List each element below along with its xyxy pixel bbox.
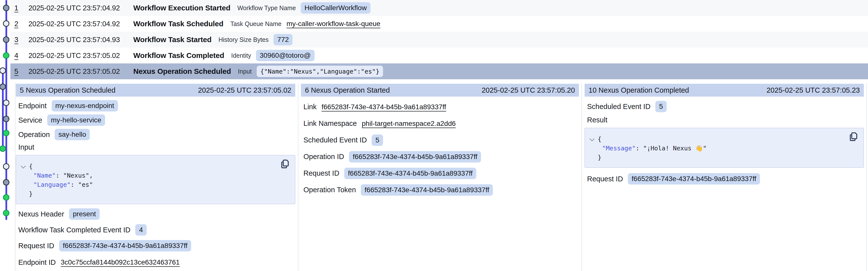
event-row-4[interactable]: 4 2025-02-25 UTC 23:57:05.02 Workflow Ta… [10, 48, 868, 63]
json-brace: { [598, 136, 601, 143]
field-label: Request ID [18, 242, 54, 250]
field-result: Result [585, 114, 864, 125]
json-brace: } [598, 154, 601, 161]
field-label: Request ID [587, 175, 623, 183]
event-dot-scheduled[interactable] [3, 20, 9, 27]
panel-nexus-operation-completed: 10 Nexus Operation Completed 2025-02-25 … [582, 83, 867, 271]
event-id-link[interactable]: 1 [14, 4, 20, 12]
link-value-link[interactable]: f665283f-743e-4374-b45b-9a61a89337ff [321, 103, 446, 111]
field-scheduled-event-id: Scheduled Event ID 5 [585, 99, 864, 114]
result-payload-viewer: { "Message": "¡Hola! Nexus 👋" } [585, 128, 864, 168]
field-value-badge: f665283f-743e-4374-b45b-9a61a89337ff [628, 173, 760, 185]
event-attr-value-badge: 30960@totoro@ [256, 50, 314, 61]
field-value-badge: my-nexus-endpoint [52, 100, 118, 111]
event-history-table: 1 2025-02-25 UTC 23:57:04.92 Workflow Ex… [0, 0, 868, 79]
event-dot-completed[interactable] [3, 194, 9, 201]
task-queue-link[interactable]: my-caller-workflow-task-queue [286, 20, 380, 28]
field-label: Link [303, 103, 316, 111]
json-sep: : [56, 172, 63, 179]
event-attr-label: Input [238, 68, 252, 75]
event-name: Nexus Operation Scheduled [133, 67, 231, 76]
event-row-1[interactable]: 1 2025-02-25 UTC 23:57:04.92 Workflow Ex… [10, 0, 868, 16]
event-row-2[interactable]: 2 2025-02-25 UTC 23:57:04.92 Workflow Ta… [10, 16, 868, 32]
event-dot-completed[interactable] [3, 130, 9, 136]
event-row-3[interactable]: 3 2025-02-25 UTC 23:57:04.93 Workflow Ta… [10, 32, 868, 48]
field-endpoint-id: Endpoint ID 3c0c75ccfa8144b092c13ce63246… [16, 254, 295, 271]
json-brace: { [29, 163, 33, 170]
event-attr-value-badge: HelloCallerWorkflow [301, 2, 370, 13]
json-value: "¡Hola! Nexus 👋" [643, 145, 707, 152]
event-name: Workflow Task Scheduled [133, 20, 223, 28]
event-attr-label: History Size Bytes [218, 36, 269, 43]
event-attr-label: Workflow Type Name [238, 4, 296, 11]
copy-icon[interactable] [280, 159, 290, 170]
copy-icon[interactable] [849, 132, 859, 142]
field-wtc-event-id: Workflow Task Completed Event ID 4 [16, 222, 295, 238]
field-operation: Operation say-hello [16, 127, 295, 142]
event-group-detail: 5 Nexus Operation Scheduled 2025-02-25 U… [15, 83, 867, 271]
field-label: Endpoint ID [18, 259, 56, 267]
field-request-id: Request ID f665283f-743e-4374-b45b-9a61a… [585, 170, 864, 188]
field-value-badge: f665283f-743e-4374-b45b-9a61a89337ff [344, 168, 476, 179]
field-label: Result [587, 116, 607, 124]
collapse-chevron-icon[interactable] [21, 163, 26, 168]
panel-nexus-operation-scheduled: 5 Nexus Operation Scheduled 2025-02-25 U… [15, 83, 298, 271]
field-label: Service [18, 116, 42, 124]
json-key: "Name" [33, 172, 56, 179]
link-namespace-link[interactable]: phil-target-namespace2.a2dd6 [362, 120, 456, 128]
field-scheduled-event-id: Scheduled Event ID 5 [301, 132, 579, 148]
field-label: Request ID [303, 169, 339, 178]
field-value-badge: 4 [135, 224, 147, 236]
event-dot-completed[interactable] [3, 52, 9, 59]
event-time: 2025-02-25 UTC 23:57:04.93 [28, 36, 133, 44]
field-label: Scheduled Event ID [303, 136, 367, 144]
field-nexus-header: Nexus Header present [16, 206, 295, 222]
event-time: 2025-02-25 UTC 23:57:05.02 [28, 52, 133, 60]
panel-nexus-operation-started: 6 Nexus Operation Started 2025-02-25 UTC… [298, 83, 582, 271]
endpoint-id-link[interactable]: 3c0c75ccfa8144b092c13ce632463761 [61, 259, 180, 266]
field-link: Link f665283f-743e-4374-b45b-9a61a89337f… [301, 99, 579, 115]
collapse-chevron-icon[interactable] [590, 136, 594, 141]
field-label: Operation Token [303, 186, 356, 194]
event-dot-scheduled[interactable] [0, 67, 6, 74]
event-dot-started[interactable] [3, 116, 9, 122]
event-id-link[interactable]: 4 [14, 52, 20, 60]
event-name: Workflow Task Completed [133, 51, 224, 60]
field-operation-id: Operation ID f665283f-743e-4374-b45b-9a6… [301, 148, 579, 165]
event-dot-started[interactable] [0, 83, 6, 90]
json-value: "es" [78, 181, 93, 188]
event-row-5-selected[interactable]: 5 2025-02-25 UTC 23:57:05.02 Nexus Opera… [10, 63, 868, 79]
field-value-badge: f665283f-743e-4374-b45b-9a61a89337ff [59, 240, 191, 251]
field-value-badge: f665283f-743e-4374-b45b-9a61a89337ff [361, 184, 493, 196]
workflow-history-view: 1 2025-02-25 UTC 23:57:04.92 Workflow Ex… [0, 0, 868, 271]
panel-timestamp: 2025-02-25 UTC 23:57:05.02 [198, 86, 291, 94]
event-dot-completed[interactable] [0, 145, 6, 152]
event-id-link[interactable]: 3 [14, 36, 20, 44]
field-label: Operation [18, 131, 50, 139]
field-label: Input [18, 143, 34, 151]
event-dot-started[interactable] [3, 36, 9, 43]
field-value-badge: f665283f-743e-4374-b45b-9a61a89337ff [349, 151, 481, 163]
event-time: 2025-02-25 UTC 23:57:05.02 [28, 67, 133, 76]
panel-header: 5 Nexus Operation Scheduled 2025-02-25 U… [16, 84, 295, 97]
panel-header: 6 Nexus Operation Started 2025-02-25 UTC… [301, 84, 579, 97]
event-dot-completed[interactable] [3, 210, 9, 216]
field-value-badge: my-hello-service [47, 114, 105, 126]
field-link-namespace: Link Namespace phil-target-namespace2.a2… [301, 115, 579, 132]
event-dot-started[interactable] [3, 179, 9, 186]
panel-title: 6 Nexus Operation Started [305, 86, 390, 94]
event-attr-label: Task Queue Name [230, 20, 281, 27]
field-value-badge: 5 [372, 135, 383, 146]
event-id-link[interactable]: 2 [14, 20, 20, 28]
json-sep: : [71, 181, 78, 188]
event-dot-scheduled[interactable] [3, 100, 9, 106]
event-dot-started[interactable] [3, 5, 9, 11]
event-id-link[interactable]: 5 [14, 67, 20, 76]
field-value-badge: present [69, 208, 99, 220]
event-dot-scheduled[interactable] [3, 163, 9, 170]
event-time: 2025-02-25 UTC 23:57:04.92 [28, 20, 133, 28]
event-time: 2025-02-25 UTC 23:57:04.92 [28, 4, 133, 12]
json-value: "Nexus", [63, 172, 93, 179]
field-request-id: Request ID f665283f-743e-4374-b45b-9a61a… [16, 238, 295, 254]
field-label: Nexus Header [18, 210, 64, 218]
